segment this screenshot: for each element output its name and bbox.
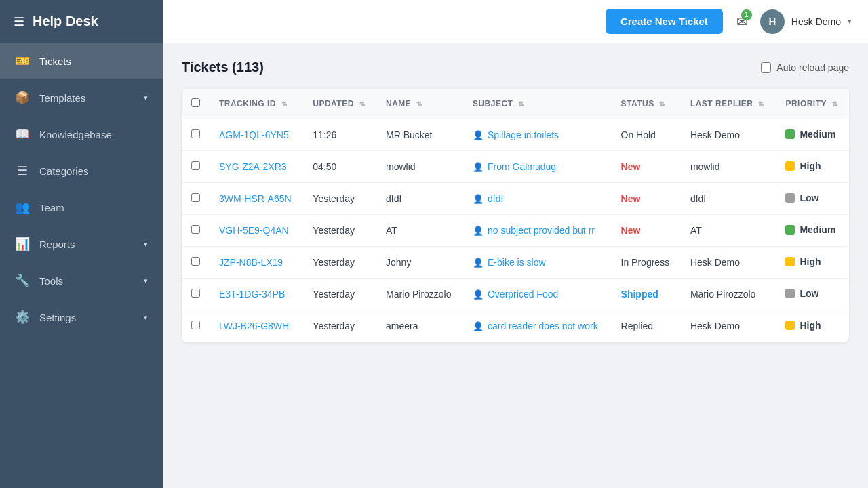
main-area: Create New Ticket ✉ 1 H Hesk Demo ▾ Tick… (163, 0, 868, 488)
col-last_replier[interactable]: LAST REPLIER ⇅ (681, 89, 776, 119)
row-subject: 👤 E-bike is slow (463, 247, 612, 279)
tracking-link-0[interactable]: AGM-1QL-6YN5 (219, 129, 289, 140)
subject-link-2[interactable]: dfdf (488, 193, 503, 204)
sidebar-item-categories[interactable]: ☰ Categories (0, 152, 163, 189)
row-name: Johny (376, 247, 463, 279)
chevron-tools-icon: ▾ (144, 277, 148, 285)
sidebar-item-tickets[interactable]: 🎫 Tickets (0, 43, 163, 79)
row-checkbox-1[interactable] (191, 161, 200, 170)
priority-label: High (800, 161, 821, 171)
row-tracking-id: E3T-1DG-34PB (210, 279, 303, 310)
priority-dot-icon (785, 161, 795, 171)
priority-badge: Low (785, 192, 818, 203)
col-status[interactable]: STATUS ⇅ (612, 89, 681, 119)
row-updated: 04:50 (303, 151, 376, 183)
row-name: AT (376, 215, 463, 247)
user-menu[interactable]: H Hesk Demo ▾ (760, 9, 852, 34)
row-checkbox-0[interactable] (191, 129, 200, 138)
tracking-link-4[interactable]: JZP-N8B-LX19 (219, 257, 283, 268)
col-priority[interactable]: PRIORITY ⇅ (776, 89, 849, 119)
sort-tracking_id-icon: ⇅ (281, 100, 287, 108)
row-checkbox-2[interactable] (191, 193, 200, 202)
tickets-icon: 🎫 (15, 54, 30, 68)
row-updated: Yesterday (303, 247, 376, 279)
chevron-templates-icon: ▾ (144, 94, 148, 102)
row-subject: 👤 card reader does not work (463, 310, 612, 342)
status-badge: In Progress (621, 257, 670, 268)
row-name: Mario Pirozzolo (376, 279, 463, 310)
col-name[interactable]: NAME ⇅ (376, 89, 463, 119)
table-header-row: TRACKING ID ⇅UPDATED ⇅NAME ⇅SUBJECT ⇅STA… (182, 89, 849, 119)
tracking-link-6[interactable]: LWJ-B26-G8WH (219, 321, 289, 331)
sidebar-item-templates[interactable]: 📦 Templates ▾ (0, 79, 163, 116)
row-tracking-id: SYG-Z2A-2XR3 (210, 151, 303, 183)
tracking-link-2[interactable]: 3WM-HSR-A65N (219, 193, 292, 204)
sidebar-label-templates: Templates (39, 92, 85, 104)
col-tracking_id[interactable]: TRACKING ID ⇅ (210, 89, 303, 119)
row-checkbox-cell (182, 119, 210, 151)
auto-reload-checkbox[interactable] (761, 62, 771, 73)
col-updated[interactable]: UPDATED ⇅ (303, 89, 376, 119)
person-icon: 👤 (473, 162, 484, 172)
subject-link-1[interactable]: From Galmudug (488, 161, 556, 172)
select-all-checkbox[interactable] (191, 98, 200, 107)
sidebar-item-reports[interactable]: 📊 Reports ▾ (0, 226, 163, 262)
team-icon: 👥 (15, 200, 30, 215)
priority-badge: Low (785, 288, 818, 299)
priority-dot-icon (785, 257, 795, 266)
hamburger-icon[interactable]: ☰ (14, 14, 24, 29)
table-row: 3WM-HSR-A65N Yesterday dfdf 👤 dfdf New d… (182, 183, 849, 215)
sort-last_replier-icon: ⇅ (758, 100, 764, 108)
tracking-link-3[interactable]: VGH-5E9-Q4AN (219, 225, 289, 236)
priority-label: High (800, 320, 821, 331)
row-last-replier: mowlid (681, 151, 776, 183)
priority-badge: High (785, 161, 821, 171)
sidebar-label-settings: Settings (39, 312, 76, 323)
row-last-replier: Hesk Demo (681, 310, 776, 342)
person-icon: 👤 (473, 289, 484, 300)
tracking-link-1[interactable]: SYG-Z2A-2XR3 (219, 161, 287, 172)
row-status: In Progress (612, 247, 681, 279)
table-row: E3T-1DG-34PB Yesterday Mario Pirozzolo 👤… (182, 279, 849, 310)
row-checkbox-6[interactable] (191, 321, 200, 329)
sidebar-item-team[interactable]: 👥 Team (0, 189, 163, 226)
row-checkbox-5[interactable] (191, 289, 200, 298)
categories-icon: ☰ (15, 163, 30, 178)
app-title: Help Desk (33, 14, 98, 29)
sidebar-item-knowledgebase[interactable]: 📖 Knowledgebase (0, 116, 163, 152)
priority-dot-icon (785, 321, 795, 330)
row-subject: 👤 no subject provided but rr (463, 215, 612, 247)
row-checkbox-4[interactable] (191, 257, 200, 266)
row-status: New (612, 183, 681, 215)
chevron-reports-icon: ▾ (144, 240, 148, 249)
priority-dot-icon (785, 129, 795, 139)
sort-updated-icon: ⇅ (359, 100, 365, 108)
auto-reload-text: Auto reload page (776, 62, 849, 73)
col-subject[interactable]: SUBJECT ⇅ (463, 89, 612, 119)
tracking-link-5[interactable]: E3T-1DG-34PB (219, 289, 285, 300)
sidebar-item-settings[interactable]: ⚙️ Settings ▾ (0, 299, 163, 336)
notification-bell[interactable]: ✉ 1 (736, 14, 748, 30)
status-badge: New (621, 161, 641, 172)
person-icon: 👤 (473, 258, 484, 268)
sidebar-item-tools[interactable]: 🔧 Tools ▾ (0, 262, 163, 299)
row-status: New (612, 215, 681, 247)
subject-link-3[interactable]: no subject provided but rr (488, 225, 595, 236)
row-last-replier: Hesk Demo (681, 119, 776, 151)
priority-dot-icon (785, 225, 795, 235)
subject-link-5[interactable]: Overpriced Food (488, 289, 558, 300)
priority-label: Low (800, 288, 818, 299)
table-row: LWJ-B26-G8WH Yesterday ameera 👤 card rea… (182, 310, 849, 342)
person-icon: 👤 (473, 194, 484, 204)
auto-reload-label[interactable]: Auto reload page (761, 62, 849, 73)
subject-link-0[interactable]: Spillage in toilets (488, 129, 559, 140)
create-ticket-button[interactable]: Create New Ticket (606, 9, 723, 34)
row-updated: Yesterday (303, 215, 376, 247)
subject-link-4[interactable]: E-bike is slow (488, 257, 546, 268)
status-badge: New (621, 225, 641, 236)
row-updated: 11:26 (303, 119, 376, 151)
subject-link-6[interactable]: card reader does not work (488, 321, 598, 331)
row-status: Shipped (612, 279, 681, 310)
status-badge: New (621, 193, 641, 204)
row-checkbox-3[interactable] (191, 225, 200, 234)
